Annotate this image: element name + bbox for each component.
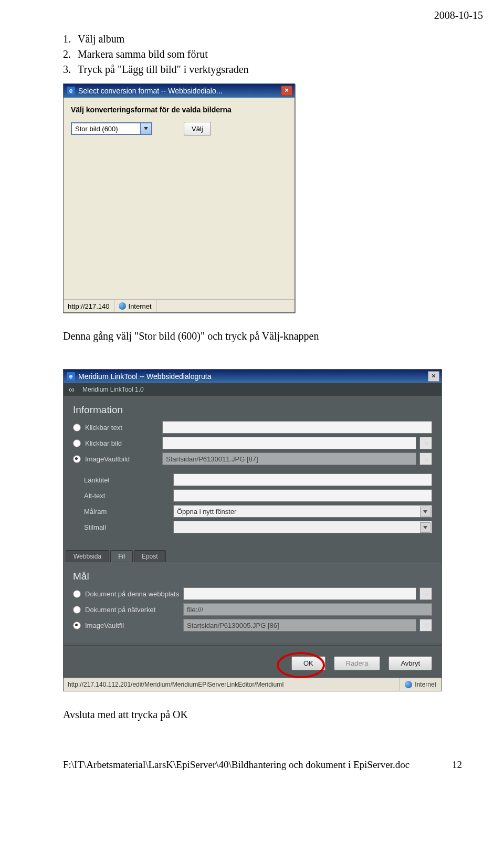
browse-image-icon[interactable]: ▣	[419, 437, 432, 449]
browse-doc-icon[interactable]: ▣	[419, 587, 432, 600]
ok-button[interactable]: OK	[291, 656, 326, 670]
dialog2-title: Meridium LinkTool -- Webbsidedialogruta	[78, 372, 211, 381]
information-title: Information	[73, 404, 432, 416]
chevron-down-icon[interactable]	[140, 123, 151, 134]
chevron-down-icon[interactable]	[420, 507, 430, 517]
footer-path: F:\IT\Arbetsmaterial\LarsK\EpiServer\40\…	[63, 759, 410, 771]
label-imagevaultfil: ImageVaultfil	[85, 622, 124, 629]
dialog2-statusbar: http://217.140.112.201/edit/Meridium/Mer…	[64, 678, 442, 691]
dialog1-heading: Välj konverteringsformat för de valda bi…	[71, 105, 287, 114]
dialog2-titlebar[interactable]: Meridium LinkTool -- Webbsidedialogruta …	[64, 370, 442, 383]
ie-icon	[67, 372, 75, 381]
toolbar-text: Meridium LinkTool 1.0	[82, 386, 144, 393]
list-item: Tryck på "Lägg till bild" i verktygsrade…	[78, 62, 249, 77]
dialog1-titlebar[interactable]: Select conversion format -- Webbsidedial…	[64, 84, 295, 98]
avbryt-button[interactable]: Avbryt	[388, 656, 432, 670]
list-num: 1.	[63, 31, 78, 47]
radio-imagevaultbild[interactable]	[73, 455, 81, 463]
valj-button[interactable]: Välj	[184, 122, 211, 135]
label-imagevaultbild: ImageVaultbild	[85, 455, 130, 463]
internet-zone-icon	[405, 681, 412, 688]
radera-button[interactable]: Radera	[334, 656, 381, 670]
dialog1-title: Select conversion format -- Webbsidedial…	[78, 87, 222, 95]
label-alttext: Alt-text	[84, 492, 105, 500]
input-imagevaultfil[interactable]: Startsidan/P6130005.JPG [86]	[183, 619, 416, 632]
input-klickbar-bild[interactable]	[162, 437, 416, 449]
conversion-dialog: Select conversion format -- Webbsidedial…	[63, 83, 295, 313]
linktool-dialog: Meridium LinkTool -- Webbsidedialogruta …	[63, 369, 442, 691]
label-klickbar-text: Klickbar text	[85, 424, 122, 432]
list-num: 2.	[63, 47, 78, 62]
select-stilmall[interactable]	[173, 521, 432, 533]
close-button[interactable]: ×	[428, 371, 439, 382]
list-item: Markera samma bild som förut	[78, 47, 208, 62]
close-button[interactable]: ×	[281, 86, 292, 96]
instruction-list: 1. Välj album 2. Markera samma bild som …	[63, 31, 462, 77]
tab-fil[interactable]: Fil	[110, 550, 133, 562]
footer-page: 12	[452, 759, 462, 771]
input-alttext[interactable]	[173, 489, 432, 502]
list-num: 3.	[63, 62, 78, 77]
status-zone: Internet	[129, 302, 152, 310]
label-malram: Målram	[84, 508, 107, 516]
radio-klickbar-text[interactable]	[73, 424, 81, 432]
input-dok-webbplats[interactable]	[183, 587, 416, 600]
input-dok-natverk[interactable]: file:///	[183, 603, 432, 616]
closing-instruction: Avsluta med att trycka på OK	[63, 707, 462, 722]
browse-vault-icon[interactable]: ▣	[419, 619, 432, 632]
input-lanktitel[interactable]	[173, 474, 432, 486]
status-address: http://217.140	[64, 300, 114, 312]
select-malram[interactable]: Öppna i nytt fönster	[173, 505, 432, 518]
header-date: 2008-10-15	[434, 9, 483, 22]
label-dok-webbplats: Dokument på denna webbplats	[85, 590, 179, 598]
ie-icon	[67, 87, 75, 95]
dialog2-toolbar: ∞ Meridium LinkTool 1.0	[64, 383, 442, 396]
format-combo[interactable]: Stor bild (600)	[71, 122, 152, 135]
radio-dok-webbplats[interactable]	[73, 590, 81, 598]
list-item: Välj album	[78, 31, 124, 47]
radio-dok-natverk[interactable]	[73, 606, 81, 614]
combo-value: Stor bild (600)	[75, 125, 118, 133]
tab-epost[interactable]: Epost	[134, 550, 166, 562]
label-stilmall: Stilmall	[84, 523, 106, 531]
status-address: http://217.140.112.201/edit/Meridium/Mer…	[64, 678, 400, 691]
input-imagevaultbild[interactable]: Startsidan/P6130011.JPG [87]	[162, 453, 416, 465]
dialog1-statusbar: http://217.140 Internet	[64, 299, 295, 312]
malram-value: Öppna i nytt fönster	[177, 508, 236, 516]
input-klickbar-text[interactable]	[162, 421, 432, 434]
label-dok-natverk: Dokument på nätverket	[85, 606, 155, 614]
status-zone: Internet	[415, 681, 436, 688]
label-klickbar-bild: Klickbar bild	[85, 439, 122, 447]
tab-webbsida[interactable]: Webbsida	[66, 550, 109, 562]
radio-imagevaultfil[interactable]	[73, 622, 81, 629]
link-icon: ∞	[69, 386, 78, 393]
label-lanktitel: Länktitel	[84, 476, 109, 484]
internet-zone-icon	[119, 302, 126, 310]
radio-klickbar-bild[interactable]	[73, 439, 81, 447]
browse-vault-icon[interactable]: ▣	[419, 453, 432, 465]
chevron-down-icon[interactable]	[420, 522, 430, 533]
mal-title: Mål	[73, 571, 432, 582]
mid-instruction: Denna gång välj "Stor bild (600)" och tr…	[63, 329, 462, 344]
